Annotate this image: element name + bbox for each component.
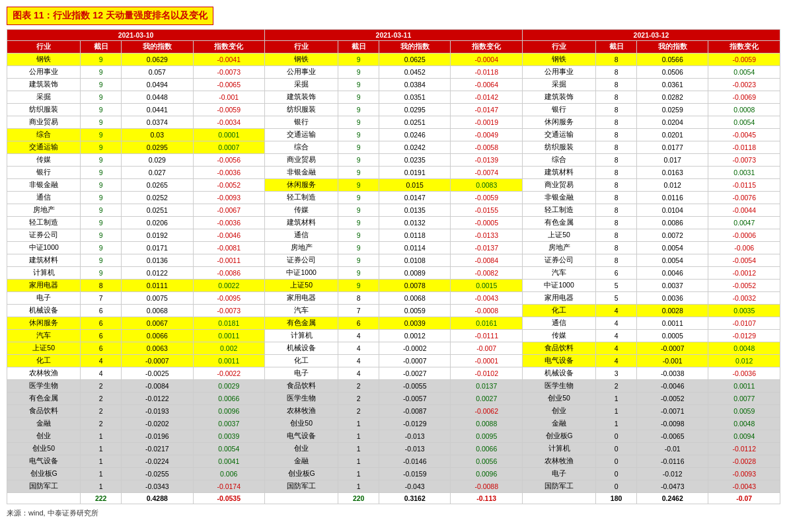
days-col1: 222 — [81, 493, 122, 504]
days-col2: 1 — [338, 480, 379, 493]
industry-col2: 建筑材料 — [264, 217, 338, 229]
table-row: 汽车60.00660.0011计算机40.0012-0.0111传媒40.000… — [7, 330, 780, 342]
change-col3: 0.0048 — [708, 342, 780, 355]
change-col1: -0.0036 — [193, 217, 264, 229]
value-col1: 0.0374 — [122, 116, 193, 129]
days-col2: 9 — [338, 104, 379, 116]
change-col3: -0.0045 — [708, 129, 780, 141]
value-col2: 0.0251 — [379, 116, 451, 129]
days-col2: 9 — [338, 217, 379, 229]
change-col2: 0.0083 — [451, 179, 522, 192]
industry-col2: 汽车 — [264, 305, 338, 317]
industry-col1: 轻工制造 — [7, 217, 81, 229]
industry-col1: 有色金属 — [7, 393, 81, 405]
page-title: 图表 11：行业指数 12 天动量强度排名以及变化 — [13, 10, 207, 20]
table-row: 通信90.0252-0.0093轻工制造90.0147-0.0059非银金融80… — [7, 192, 780, 204]
change-col3: -0.006 — [708, 242, 780, 254]
industry-col1: 采掘 — [7, 91, 81, 104]
value-col2: 0.0068 — [379, 292, 451, 305]
value-col2: 0.015 — [379, 179, 451, 192]
table-row: 交通运输90.02950.0007综合90.0242-0.0058纺织服装80.… — [7, 141, 780, 154]
change-col1: -0.001 — [193, 91, 264, 104]
value-col2: 0.0384 — [379, 79, 451, 91]
industry-col2: 非银金融 — [264, 167, 338, 179]
days-col1: 9 — [81, 141, 122, 154]
industry-col3: 交通运输 — [522, 129, 595, 141]
industry-col3: 农林牧渔 — [522, 455, 595, 468]
value-col2: -0.0002 — [379, 342, 451, 355]
industry-col2: 休闲服务 — [264, 179, 338, 192]
table-row: 机械设备60.0068-0.0073汽车70.0059-0.0008化工40.0… — [7, 305, 780, 317]
change-col1: 0.0007 — [193, 141, 264, 154]
table-row: 创业板G1-0.02550.006创业板G1-0.01590.0096电子0-0… — [7, 468, 780, 480]
change-col3: -0.0129 — [708, 330, 780, 342]
value-col1: 0.0192 — [122, 229, 193, 242]
value-col1: 0.0252 — [122, 192, 193, 204]
change-col3: -0.0069 — [708, 91, 780, 104]
days-col3: 0 — [596, 468, 637, 480]
value-col3: 0.0011 — [636, 317, 708, 330]
value-col3: 0.0259 — [636, 104, 708, 116]
value-col2: 0.0118 — [379, 229, 451, 242]
value-col3: 0.0086 — [636, 217, 708, 229]
industry-col1: 食品饮料 — [7, 405, 81, 418]
change-col3: -0.0118 — [708, 141, 780, 154]
days-col3: 8 — [596, 204, 637, 217]
value-col2: -0.0027 — [379, 367, 451, 380]
value-col2: -0.0057 — [379, 393, 451, 405]
table-row: 创业501-0.02170.0054创业1-0.0130.0066计算机0-0.… — [7, 443, 780, 455]
value-col3: 0.0201 — [636, 129, 708, 141]
industry-col3: 纺织服装 — [522, 141, 595, 154]
table-row: 计算机90.0122-0.0086中证100090.0089-0.0082汽车6… — [7, 267, 780, 280]
change-col1: -0.0052 — [193, 179, 264, 192]
change-col3: -0.0112 — [708, 443, 780, 455]
change-col2: -0.0062 — [451, 405, 522, 418]
industry-col2: 传媒 — [264, 204, 338, 217]
industry-col3: 传媒 — [522, 330, 595, 342]
days-col2: 7 — [338, 305, 379, 317]
col-myindex2: 我的指数 — [379, 41, 451, 54]
change-col2: -0.0102 — [451, 367, 522, 380]
change-col2: -0.0155 — [451, 204, 522, 217]
value-col3: 0.0177 — [636, 141, 708, 154]
value-col3: 0.0506 — [636, 66, 708, 79]
table-row: 综合90.030.0001交通运输90.0246-0.0049交通运输80.02… — [7, 129, 780, 141]
value-col3: 0.0361 — [636, 79, 708, 91]
days-col1: 9 — [81, 167, 122, 179]
days-col1: 6 — [81, 305, 122, 317]
days-col3: 1 — [596, 405, 637, 418]
change-col3: 0.0031 — [708, 167, 780, 179]
change-col2: -0.0133 — [451, 229, 522, 242]
change-col1: -0.0095 — [193, 292, 264, 305]
industry-col3: 创业 — [522, 405, 595, 418]
value-col3: -0.001 — [636, 355, 708, 367]
change-col1: 0.0041 — [193, 455, 264, 468]
days-col3: 1 — [596, 393, 637, 405]
industry-col2: 建筑装饰 — [264, 91, 338, 104]
days-col2: 4 — [338, 330, 379, 342]
value-col3: 0.0116 — [636, 192, 708, 204]
days-col1: 4 — [81, 355, 122, 367]
change-col1: 0.0011 — [193, 355, 264, 367]
industry-col3: 商业贸易 — [522, 179, 595, 192]
change-col1: 0.0029 — [193, 380, 264, 393]
days-col1: 1 — [81, 480, 122, 493]
industry-col1: 医学生物 — [7, 380, 81, 393]
table-row: 证券公司90.0192-0.0046通信90.0118-0.0133上证5080… — [7, 229, 780, 242]
value-col1: 0.0295 — [122, 141, 193, 154]
change-col3: -0.0054 — [708, 254, 780, 267]
change-col1: -0.0065 — [193, 79, 264, 91]
industry-col3: 建筑装饰 — [522, 91, 595, 104]
days-col3: 8 — [596, 79, 637, 91]
col-change2: 指数变化 — [451, 41, 522, 54]
industry-col1: 房地产 — [7, 204, 81, 217]
days-col2: 9 — [338, 116, 379, 129]
value-col2: 0.0295 — [379, 104, 451, 116]
days-col1: 6 — [81, 330, 122, 342]
change-col1: -0.0535 — [193, 493, 264, 504]
change-col3: 0.0035 — [708, 305, 780, 317]
change-col2: -0.0139 — [451, 154, 522, 167]
value-col1: 0.0111 — [122, 280, 193, 292]
value-col1: 0.029 — [122, 154, 193, 167]
value-col2: 0.0452 — [379, 66, 451, 79]
